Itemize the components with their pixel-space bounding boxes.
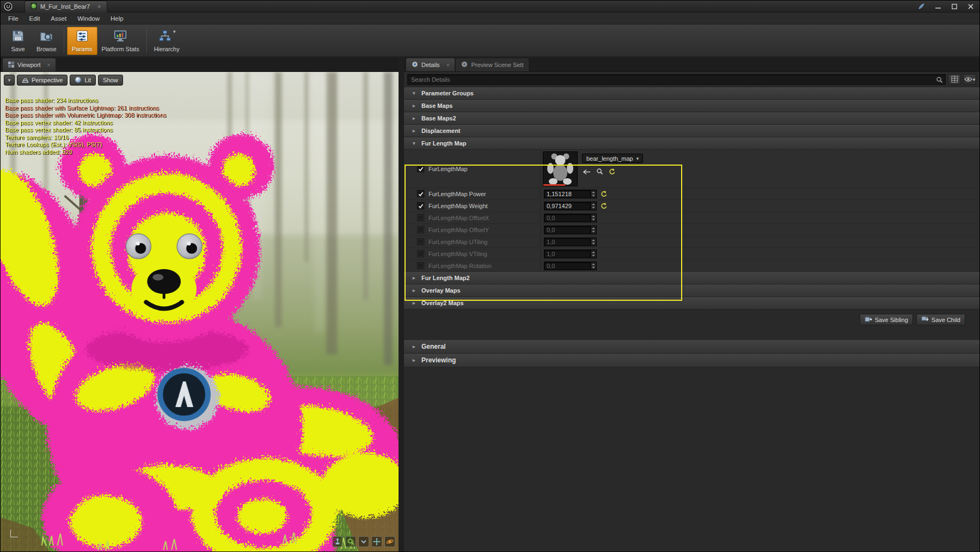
chevron-down-nav-icon[interactable] <box>358 536 369 547</box>
value-field-furlengthmap-utiling[interactable]: 1,0 <box>544 238 597 246</box>
unreal-logo-icon: U <box>4 2 13 11</box>
checkbox-furlengthmap-rotation[interactable] <box>417 262 424 269</box>
value-spinner-icon[interactable] <box>590 214 596 222</box>
checkbox-furlengthmap-offsetx[interactable] <box>417 214 424 221</box>
viewport-tab-label: Viewport <box>17 62 41 68</box>
value-field-furlengthmap-offsetx[interactable]: 0,0 <box>544 214 597 222</box>
reset-to-default-icon[interactable] <box>601 203 607 209</box>
perspective-button[interactable]: Perspective <box>17 75 68 86</box>
orbit-nav-icon[interactable] <box>384 536 395 547</box>
menu-help[interactable]: Help <box>105 13 129 25</box>
checkbox-furlengthmap-offsety[interactable] <box>417 226 424 233</box>
use-selected-asset-icon[interactable] <box>583 167 591 177</box>
titlebar[interactable]: U M_Fur_Inst_Bear7 × <box>1 1 979 13</box>
hierarchy-button[interactable]: ▾ Hierarchy <box>150 27 184 55</box>
param-value: 0,0 <box>544 263 590 269</box>
expander-arrow-icon[interactable]: ▸ <box>413 275 418 281</box>
reset-to-default-icon[interactable] <box>601 191 607 197</box>
view-options-eye-icon[interactable]: ▾ <box>963 74 976 85</box>
param-row-furlengthmap: FurLengthMap bear_length_map ▾ <box>404 150 979 188</box>
tab-close-icon[interactable]: × <box>446 62 450 68</box>
expander-arrow-icon[interactable]: ▸ <box>413 128 418 134</box>
category-base-maps2[interactable]: ▸Base Maps2 <box>404 112 979 125</box>
save-sibling-label: Save Sibling <box>875 317 908 323</box>
checkbox-furlengthmap[interactable] <box>417 165 424 172</box>
checkbox-furlengthmap-vtiling[interactable] <box>417 250 424 257</box>
browse-to-asset-icon[interactable] <box>596 167 603 177</box>
category-displacement[interactable]: ▸Displacement <box>404 125 979 137</box>
maximize-button[interactable] <box>947 2 962 11</box>
checkbox-furlengthmap-power[interactable] <box>417 190 424 197</box>
menu-file[interactable]: File <box>3 13 24 25</box>
details-tab-icon <box>412 61 418 69</box>
value-field-furlengthmap-weight[interactable]: 0,971429 <box>544 202 597 210</box>
close-button[interactable] <box>963 2 978 11</box>
texture-asset-dropdown[interactable]: bear_length_map ▾ <box>582 154 643 163</box>
reset-to-default-icon[interactable] <box>609 167 615 177</box>
tab-preview-scene-settings[interactable]: Preview Scene Sett <box>456 58 529 71</box>
value-field-furlengthmap-vtiling[interactable]: 1,0 <box>544 250 597 258</box>
category-fur-length-map[interactable]: ▾Fur Length Map <box>404 137 979 150</box>
menu-window[interactable]: Window <box>72 13 105 25</box>
expander-arrow-icon[interactable]: ▾ <box>413 141 418 146</box>
category-label: Previewing <box>421 356 456 364</box>
column-view-icon[interactable] <box>948 74 961 85</box>
tab-details[interactable]: Details × <box>406 58 455 71</box>
value-spinner-icon[interactable] <box>590 262 596 270</box>
category-base-maps[interactable]: ▸Base Maps <box>404 100 979 112</box>
menu-edit[interactable]: Edit <box>24 13 46 25</box>
lit-button[interactable]: Lit <box>70 75 96 86</box>
category-overlay-maps[interactable]: ▸Overlay Maps <box>404 284 979 297</box>
hierarchy-dropdown-icon[interactable]: ▾ <box>173 29 176 34</box>
category-previewing[interactable]: ▸Previewing <box>404 354 979 367</box>
expander-arrow-icon[interactable]: ▸ <box>413 357 418 363</box>
expander-arrow-icon[interactable]: ▸ <box>413 103 418 108</box>
viewport-3d-scene[interactable]: ▾ Perspective Lit Show Base pass shader:… <box>1 72 399 551</box>
expander-arrow-icon[interactable]: ▾ <box>413 90 418 96</box>
value-spinner-icon[interactable] <box>590 238 596 246</box>
platform-stats-button[interactable]: Platform Stats <box>97 27 144 55</box>
expander-arrow-icon[interactable]: ▸ <box>413 344 418 349</box>
viewport-tab[interactable]: Viewport × <box>3 58 56 71</box>
expander-arrow-icon[interactable]: ▸ <box>413 300 418 306</box>
save-child-button[interactable]: Save Child <box>916 314 965 325</box>
zoom-nav-icon[interactable] <box>345 536 356 547</box>
tab-close-icon[interactable]: × <box>47 62 51 68</box>
value-spinner-icon[interactable] <box>590 202 596 210</box>
toolbar-separator <box>64 29 64 53</box>
param-value: 1,0 <box>544 251 590 257</box>
save-button[interactable]: Save <box>4 27 32 55</box>
param-row-furlengthmap-weight: FurLengthMap Weight0,971429 <box>404 200 979 212</box>
expander-arrow-icon[interactable]: ▸ <box>413 288 418 293</box>
category-fur-length-map2[interactable]: ▸Fur Length Map2 <box>404 272 979 284</box>
value-spinner-icon[interactable] <box>590 250 596 258</box>
value-field-furlengthmap-offsety[interactable]: 0,0 <box>544 226 597 234</box>
feather-icon[interactable] <box>917 3 925 10</box>
category-overlay2-maps[interactable]: ▸Overlay2 Maps <box>404 297 979 310</box>
minimize-button[interactable] <box>930 2 946 11</box>
texture-thumbnail[interactable] <box>543 151 578 186</box>
details-search-input[interactable] <box>407 74 946 85</box>
panel-splitter[interactable] <box>399 58 404 551</box>
value-spinner-icon[interactable] <box>590 226 596 234</box>
viewport-options-button[interactable]: ▾ <box>4 75 15 86</box>
pan-nav-icon[interactable] <box>371 536 382 547</box>
checkbox-furlengthmap-utiling[interactable] <box>417 238 424 245</box>
value-field-furlengthmap-power[interactable]: 1,151218 <box>544 190 597 198</box>
save-sibling-button[interactable]: Save Sibling <box>860 314 913 325</box>
parameter-groups-header[interactable]: ▾Parameter Groups <box>404 87 979 100</box>
menu-asset[interactable]: Asset <box>45 13 72 25</box>
browse-button[interactable]: Browse <box>32 27 61 55</box>
checkbox-furlengthmap-weight[interactable] <box>417 202 424 209</box>
value-field-furlengthmap-rotation[interactable]: 0,0 <box>544 262 597 270</box>
show-button[interactable]: Show <box>98 75 123 86</box>
params-button[interactable]: Params <box>67 27 97 55</box>
param-row-furlengthmap-offsety: FurLengthMap OffsetY0,0 <box>404 224 979 236</box>
value-spinner-icon[interactable] <box>590 190 596 198</box>
joystick-nav-icon[interactable] <box>332 536 343 547</box>
expander-arrow-icon[interactable]: ▸ <box>413 116 418 121</box>
document-tab[interactable]: M_Fur_Inst_Bear7 × <box>24 1 107 13</box>
tab-close-icon[interactable]: × <box>97 3 101 10</box>
viewport-tabbar: Viewport × <box>1 58 399 72</box>
category-general[interactable]: ▸General <box>404 340 979 354</box>
